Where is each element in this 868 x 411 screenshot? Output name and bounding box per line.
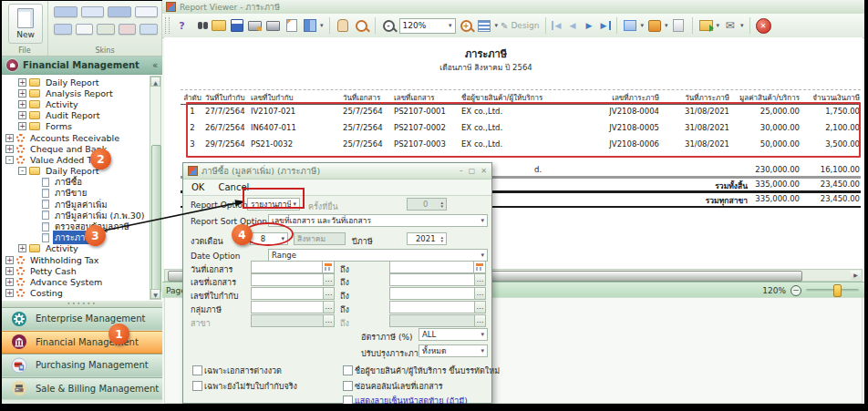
pan-tool-icon[interactable] (336, 18, 351, 33)
nav-financial-management[interactable]: Financial Management (2, 331, 162, 354)
scroll-right-icon[interactable]: ▶ (851, 271, 861, 280)
zoom-slider[interactable] (806, 289, 859, 292)
browse-icon[interactable]: … (323, 287, 335, 300)
tree-item[interactable]: +Cheque and Bank (2, 143, 162, 154)
zoom-in-icon[interactable]: + (460, 20, 472, 32)
calendar-icon[interactable] (322, 261, 335, 273)
cancel-button[interactable]: Cancel (218, 182, 249, 192)
filing-no-spinner[interactable]: 0 (407, 198, 447, 211)
collapse-icon[interactable]: « (152, 60, 158, 70)
browse-icon[interactable]: … (474, 287, 486, 300)
tree-item[interactable]: +Withholding Tax (2, 254, 162, 265)
dropdown-icon[interactable]: ▾ (740, 22, 744, 29)
find-icon[interactable] (192, 18, 208, 33)
design-button[interactable]: Design (501, 21, 539, 31)
tree-toggle-icon[interactable]: + (5, 145, 14, 153)
skin-swatch[interactable] (140, 24, 158, 35)
invoice-no-to-field[interactable] (389, 287, 486, 300)
open-icon[interactable] (211, 18, 226, 33)
skin-swatch[interactable] (81, 6, 105, 17)
tree-item[interactable]: +Analysis Report (2, 87, 162, 98)
tree-toggle-icon[interactable]: + (18, 78, 26, 87)
doc-no-to-field[interactable] (389, 273, 486, 286)
background-color-icon[interactable] (646, 18, 662, 33)
tree-item[interactable]: +Accounts Receivable (2, 132, 162, 143)
tree-toggle-icon[interactable]: + (18, 89, 26, 98)
scrollbar-thumb[interactable] (151, 145, 161, 293)
dropdown-icon[interactable]: ▾ (665, 22, 668, 29)
tree-toggle-icon[interactable]: - (5, 156, 14, 164)
skin-swatch[interactable] (54, 6, 78, 17)
skin-swatch[interactable] (135, 6, 159, 17)
nav-purchasing-management[interactable]: Purchasing Management (2, 354, 162, 377)
zoom-out-icon[interactable]: − (790, 285, 801, 296)
tree-toggle-icon[interactable]: + (18, 244, 26, 252)
browse-icon[interactable]: … (323, 301, 335, 313)
new-button[interactable]: New (8, 4, 43, 44)
next-page-icon[interactable]: ▶ (583, 21, 596, 30)
period-month-combobox[interactable]: 8 (250, 232, 288, 245)
dropdown-icon[interactable]: ▾ (641, 22, 645, 29)
tree-toggle-icon[interactable]: + (5, 267, 14, 275)
toolbar-grip[interactable] (165, 17, 170, 34)
calendar-icon[interactable] (473, 261, 486, 273)
export-icon[interactable] (698, 18, 714, 33)
thumbnails-icon[interactable] (477, 18, 492, 33)
tree-item[interactable]: +Activity (2, 243, 162, 254)
skin-swatch[interactable] (108, 6, 131, 17)
email-icon[interactable] (722, 18, 738, 33)
date-option-combobox[interactable]: Range (268, 249, 488, 262)
view-options-icon[interactable] (302, 18, 317, 33)
tree-scrollbar[interactable]: ▲ ▼ (150, 76, 161, 300)
adjust-combobox[interactable]: ทั้งหมด (418, 344, 488, 357)
tree-toggle-icon[interactable]: - (18, 167, 26, 175)
report-sort-combobox[interactable]: เลขที่เอกสาร และวันที่เอกสาร (268, 214, 488, 227)
browse-icon[interactable]: … (323, 273, 335, 286)
maximize-icon[interactable]: ▢ (469, 167, 476, 175)
nav-enterprise-management[interactable]: Enterprise Management (2, 307, 162, 331)
skin-swatch[interactable] (54, 24, 72, 35)
tree-item[interactable]: +Advance System (2, 276, 162, 287)
dropdown-icon[interactable]: ▾ (495, 22, 499, 29)
print-options-icon[interactable] (247, 18, 263, 33)
help-icon[interactable] (174, 18, 190, 33)
tree-toggle-icon[interactable]: + (5, 289, 14, 297)
ok-button[interactable]: OK (191, 182, 204, 192)
doc-date-to-field[interactable] (389, 261, 486, 273)
tree-item[interactable]: +Daily Report (2, 77, 162, 87)
tree-item[interactable]: +Audit Report (2, 110, 162, 121)
zoom-tool-icon[interactable] (356, 20, 367, 32)
tree-toggle-icon[interactable]: + (18, 122, 26, 130)
prev-page-icon[interactable]: ◀ (566, 21, 580, 30)
page-setup-icon[interactable] (284, 18, 299, 33)
tree-toggle-icon[interactable]: + (5, 134, 14, 142)
tree-item[interactable]: ภาระภาษี (2, 232, 162, 243)
report-option-combobox[interactable]: รายงานภาษีซื้อ (ภาระภาษี) (247, 198, 300, 211)
close-icon[interactable]: ✕ (480, 167, 487, 175)
skin-swatch[interactable] (119, 24, 137, 35)
tree-item[interactable]: -Value Added Tax (2, 154, 162, 165)
tax-rate-combobox[interactable]: ALL (418, 328, 488, 341)
multipage-icon[interactable] (623, 18, 638, 33)
browse-icon[interactable]: … (474, 273, 486, 286)
nav-sale-billing-management[interactable]: Sale & Billing Management (2, 377, 162, 401)
tree-toggle-icon[interactable]: + (18, 111, 26, 119)
zoom-slider-thumb[interactable] (833, 284, 842, 297)
dropdown-icon[interactable]: ▾ (320, 22, 324, 29)
scroll-down-icon[interactable]: ▼ (150, 289, 160, 299)
tree-item[interactable]: +Costing (2, 288, 162, 299)
checkbox-other-period[interactable] (192, 365, 202, 375)
tree-toggle-icon[interactable]: + (5, 278, 14, 286)
first-page-icon[interactable]: ◀ (552, 21, 563, 30)
tree-item[interactable]: +Activity (2, 98, 162, 109)
tax-group-to-field[interactable] (389, 301, 486, 313)
tree-toggle-icon[interactable]: + (5, 256, 14, 264)
checkbox-hide-docno-column[interactable] (343, 381, 353, 391)
checkbox-supplier-newline[interactable] (343, 365, 353, 375)
save-icon[interactable] (229, 18, 244, 33)
skin-swatch[interactable] (76, 24, 94, 35)
minimize-icon[interactable]: – (460, 167, 463, 175)
zoom-out-icon[interactable]: - (383, 20, 395, 32)
zoom-combobox[interactable]: 120% ▾ (399, 18, 456, 34)
last-page-icon[interactable]: ▶ (599, 21, 611, 30)
